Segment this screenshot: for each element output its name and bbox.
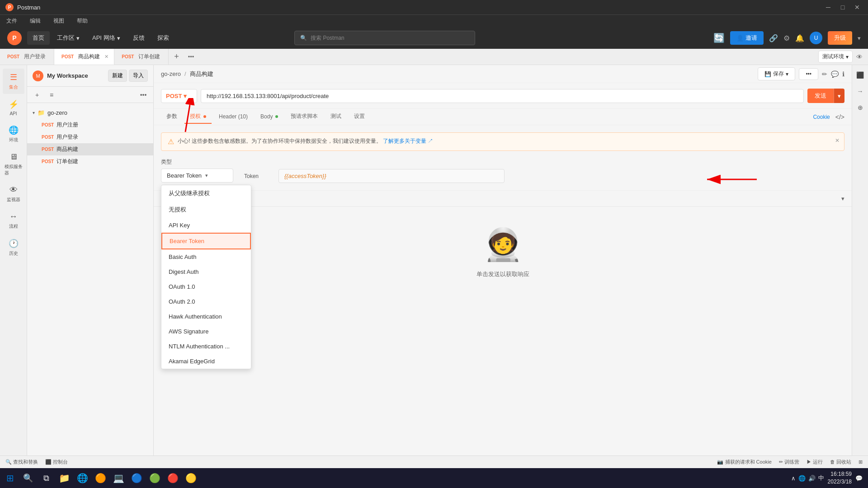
taskbar-notification-icon[interactable]: 💬 (855, 475, 863, 482)
collection-item-register[interactable]: POST 用户注册 (27, 119, 153, 131)
nav-workspace[interactable]: 工作区 ▾ (52, 31, 85, 45)
tab-close-icon[interactable]: ✕ (104, 54, 108, 60)
taskbar-app4[interactable]: 🟡 (183, 470, 199, 486)
add-toolbar-button[interactable]: + (31, 89, 43, 101)
taskbar-clock[interactable]: 16:18:59 2022/3/18 (828, 470, 852, 486)
tab-tests[interactable]: 测试 (325, 110, 347, 124)
menu-view[interactable]: 视图 (51, 16, 67, 26)
new-collection-button[interactable]: 新建 (108, 70, 127, 82)
dropdown-basic-auth[interactable]: Basic Auth (161, 249, 251, 264)
close-button[interactable]: ✕ (852, 2, 863, 13)
right-sidebar-target[interactable]: ⊕ (854, 101, 867, 114)
dropdown-inherit[interactable]: 从父级继承授权 (161, 185, 251, 202)
dropdown-hawk[interactable]: Hawk Authentication (161, 309, 251, 324)
upgrade-button[interactable]: 升级 (828, 31, 852, 45)
save-button[interactable]: 💾 保存 ▾ (758, 67, 795, 80)
code-button[interactable]: </> (835, 113, 844, 121)
tab-order-create[interactable]: POST 订单创建 (114, 49, 169, 65)
bootcamp-button[interactable]: ✏ 训练营 (779, 459, 799, 465)
tab-add-button[interactable]: + (169, 52, 184, 61)
dropdown-api-key[interactable]: API Key (161, 218, 251, 233)
breadcrumb-more-button[interactable]: ••• (799, 68, 818, 80)
eye-icon[interactable]: 👁 (856, 53, 863, 61)
left-nav-monitor[interactable]: 👁 监视器 (3, 182, 24, 206)
send-button[interactable]: 发送 (807, 89, 834, 103)
collection-item-product[interactable]: POST 商品构建 (27, 143, 153, 155)
left-nav-mock[interactable]: 🖥 模拟服务器 (3, 149, 24, 180)
tab-header[interactable]: Header (10) (213, 111, 253, 123)
find-replace-button[interactable]: 🔍 查找和替换 (5, 459, 38, 465)
left-nav-environments[interactable]: 🌐 环境 (3, 122, 24, 147)
avatar-icon[interactable]: U (810, 32, 822, 44)
runner-button[interactable]: ▶ 运行 (807, 459, 823, 465)
trash-button[interactable]: 🗑 回收站 (830, 459, 851, 465)
token-input[interactable]: {{accessToken}} (278, 169, 505, 183)
tray-lang-icon[interactable]: 中 (818, 474, 824, 482)
taskbar-app2[interactable]: 🟢 (146, 470, 163, 486)
nav-search-bar[interactable]: 🔍 搜索 Postman (294, 31, 475, 45)
menu-help[interactable]: 帮助 (74, 16, 90, 26)
tab-user-login[interactable]: POST 用户登录 (0, 49, 54, 65)
upgrade-chevron-icon[interactable]: ▾ (858, 35, 861, 42)
start-button[interactable]: ⊞ (2, 470, 18, 486)
taskbar-ide[interactable]: 💻 (110, 470, 127, 486)
send-dropdown-button[interactable]: ▾ (834, 89, 844, 103)
dropdown-aws[interactable]: AWS Signature (161, 324, 251, 339)
import-button[interactable]: 导入 (129, 70, 148, 82)
learn-more-link[interactable]: 了解更多关于变量 ↗ (383, 138, 433, 144)
taskbar-search[interactable]: 🔍 (20, 470, 36, 486)
left-nav-collections[interactable]: ☰ 集合 (3, 69, 24, 94)
method-selector[interactable]: POST ▾ (161, 89, 197, 103)
dropdown-oauth2[interactable]: OAuth 2.0 (161, 294, 251, 309)
breadcrumb-parent[interactable]: go-zero (161, 70, 181, 77)
tab-pre-request[interactable]: 预请求脚本 (285, 110, 323, 124)
tab-params[interactable]: 参数 (161, 110, 183, 124)
menu-edit[interactable]: 编辑 (27, 16, 43, 26)
env-selector[interactable]: 测试环境 ▾ (818, 51, 853, 63)
dropdown-no-auth[interactable]: 无授权 (161, 202, 251, 218)
tab-product-build[interactable]: POST 商品构建 ✕ (54, 49, 114, 65)
collection-item-login[interactable]: POST 用户登录 (27, 131, 153, 143)
dropdown-digest-auth[interactable]: Digest Auth (161, 264, 251, 279)
dropdown-ntlm[interactable]: NTLM Authentication ... (161, 339, 251, 354)
tray-network-icon[interactable]: 🌐 (798, 475, 806, 482)
response-toggle[interactable]: 响应 ▾ (154, 191, 852, 206)
tab-auth[interactable]: 授权 (184, 110, 212, 124)
console-button[interactable]: ⬛ 控制台 (45, 459, 68, 465)
warning-close-button[interactable]: ✕ (835, 137, 840, 144)
nav-icon-sync[interactable]: 🔄 (713, 33, 725, 43)
comment-icon[interactable]: 💬 (831, 70, 839, 78)
taskbar-postman[interactable]: 🟠 (92, 470, 108, 486)
tray-volume-icon[interactable]: 🔊 (808, 475, 816, 482)
filter-toolbar-button[interactable]: ≡ (45, 89, 58, 101)
dropdown-bearer-token[interactable]: Bearer Token (161, 233, 251, 249)
collection-go-zero[interactable]: ▾ 📁 go-zero (27, 107, 153, 119)
tab-settings[interactable]: 设置 (349, 110, 370, 124)
left-nav-flows[interactable]: ↔ 流程 (3, 208, 24, 233)
taskbar-app3[interactable]: 🔴 (165, 470, 181, 486)
nav-api[interactable]: API 网络 ▾ (87, 31, 126, 45)
capture-button[interactable]: 📷 捕获的请求和 Cookie (717, 459, 771, 465)
edit-icon[interactable]: ✏ (822, 70, 827, 78)
left-nav-history[interactable]: 🕐 历史 (3, 235, 24, 260)
auth-type-selector[interactable]: Bearer Token ▾ (161, 169, 233, 183)
right-sidebar-send[interactable]: → (854, 85, 867, 98)
taskbar-file-explorer[interactable]: 📁 (56, 470, 72, 486)
invite-button[interactable]: 👤 邀请 (730, 31, 764, 45)
bell-icon[interactable]: 🔔 (795, 34, 804, 42)
taskbar-chrome[interactable]: 🌐 (74, 470, 90, 486)
menu-file[interactable]: 文件 (4, 16, 20, 26)
taskbar-app1[interactable]: 🔵 (128, 470, 145, 486)
tray-up-icon[interactable]: ∧ (791, 475, 796, 482)
left-nav-api[interactable]: ⚡ API (3, 96, 24, 120)
more-toolbar-button[interactable]: ••• (137, 89, 150, 101)
nav-home[interactable]: 首页 (27, 31, 50, 45)
dropdown-oauth1[interactable]: OAuth 1.0 (161, 279, 251, 294)
right-sidebar-build[interactable]: ⬛ (854, 69, 867, 81)
minimize-button[interactable]: ─ (823, 2, 834, 13)
settings-icon[interactable]: ⚙ (783, 34, 790, 42)
tab-body[interactable]: Body (255, 111, 283, 123)
collection-item-order[interactable]: POST 订单创建 (27, 155, 153, 168)
info-icon[interactable]: ℹ (842, 70, 844, 78)
nav-explore[interactable]: 探索 (152, 31, 175, 45)
